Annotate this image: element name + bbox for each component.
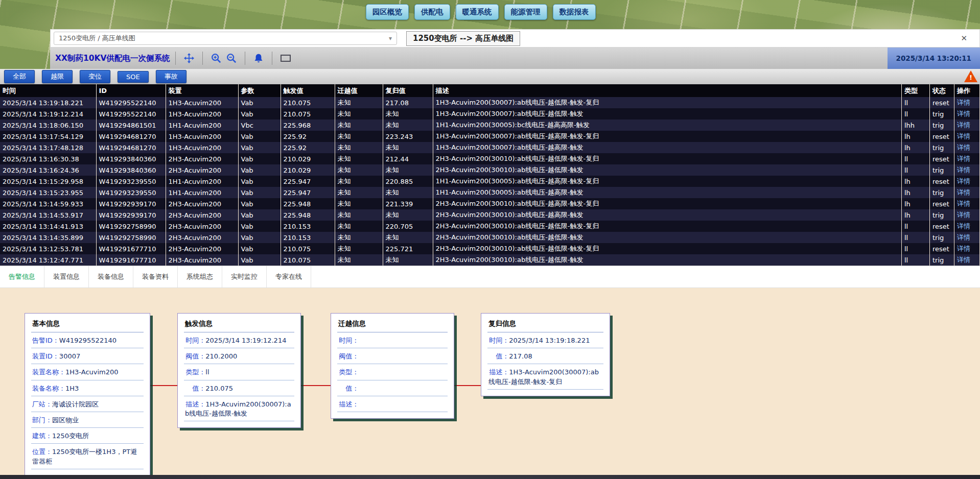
field-value: 1250变电所 — [52, 432, 89, 440]
alarm-row[interactable]: 2025/3/14 13:12:53.781W4192916777102H3-A… — [0, 243, 980, 254]
table-cell: 2025/3/14 13:19:12.214 — [0, 108, 96, 119]
table-cell: 1H1-Acuvim200 — [166, 119, 238, 131]
pan-icon[interactable] — [181, 51, 197, 66]
table-cell: Vbc — [238, 119, 281, 131]
bottom-tab-1[interactable]: 告警信息 — [0, 266, 44, 288]
nav-button-4[interactable]: 能源管理 — [504, 4, 547, 20]
detail-link[interactable]: 详情 — [957, 155, 970, 162]
nav-button-3[interactable]: 暖通系统 — [456, 4, 499, 20]
alarm-row[interactable]: 2025/3/14 13:14:59.933W4192929391702H3-A… — [0, 198, 980, 209]
table-cell: 2025/3/14 13:12:53.781 — [0, 243, 96, 254]
field-label: 描述： — [338, 400, 359, 409]
nav-button-2[interactable]: 供配电 — [414, 4, 450, 20]
field-label: 时间： — [338, 336, 359, 345]
filter-button-2[interactable]: 越限 — [42, 70, 73, 83]
table-cell: Vab — [238, 243, 281, 254]
alarm-row[interactable]: 2025/3/14 13:17:48.128W4192946812701H3-A… — [0, 142, 980, 153]
detail-link[interactable]: 详情 — [957, 99, 970, 106]
chevron-down-icon: ▾ — [389, 35, 392, 42]
table-cell: lh — [902, 209, 930, 221]
detail-link[interactable]: 详情 — [957, 256, 970, 264]
field-label: 值： — [488, 352, 509, 361]
table-cell: W419291677710 — [96, 243, 166, 254]
alarm-warning-icon[interactable]: ! — [964, 70, 977, 83]
detail-link[interactable]: 详情 — [957, 233, 970, 241]
bottom-tab-6[interactable]: 实时监控 — [222, 266, 267, 288]
table-cell: trig — [930, 187, 954, 198]
table-cell: 210.029 — [281, 164, 335, 176]
alarm-row[interactable]: 2025/3/14 13:16:30.38W4192938403602H3-Ac… — [0, 153, 980, 164]
warning-glyph: ! — [964, 74, 977, 81]
detail-link[interactable]: 详情 — [957, 110, 970, 117]
bottom-tab-2[interactable]: 装置信息 — [44, 266, 89, 288]
table-cell: 2H3-Acuvim200 — [166, 209, 238, 221]
table-cell: 详情 — [954, 176, 980, 187]
alarm-row[interactable]: 2025/3/14 13:19:12.214W4192955221401H3-A… — [0, 108, 980, 119]
connector-line — [301, 385, 331, 386]
table-cell: 225.948 — [281, 198, 335, 209]
alarm-row[interactable]: 2025/3/14 13:19:18.221W4192955221401H3-A… — [0, 97, 980, 108]
table-cell: 210.075 — [281, 243, 335, 254]
table-cell: 详情 — [954, 119, 980, 131]
field-label: 时间： — [185, 336, 205, 345]
alarm-row[interactable]: 2025/3/14 13:18:06.150W4192948615011H1-A… — [0, 119, 980, 131]
bottom-tab-5[interactable]: 系统组态 — [178, 266, 222, 288]
table-cell: reset — [930, 176, 954, 187]
alarm-row[interactable]: 2025/3/14 13:14:35.899W4192927589902H3-A… — [0, 232, 980, 243]
alarm-row[interactable]: 2025/3/14 13:15:23.955W4192932395501H1-A… — [0, 187, 980, 198]
detail-link[interactable]: 详情 — [957, 177, 970, 185]
detail-link[interactable]: 详情 — [957, 222, 970, 230]
table-cell: Vab — [238, 131, 281, 142]
alarm-table: 时间ID装置参数触发值迁越值复归值描述类型状态操作 2025/3/14 13:1… — [0, 84, 980, 266]
zoom-out-icon[interactable] — [224, 51, 239, 66]
card-field: 值：217.08 — [487, 348, 603, 364]
alarm-bell-icon[interactable] — [251, 51, 266, 66]
table-cell: 详情 — [954, 153, 980, 164]
nav-button-1[interactable]: 园区概览 — [366, 4, 409, 20]
alarm-row[interactable]: 2025/3/14 13:14:53.917W4192929391702H3-A… — [0, 209, 980, 221]
bottom-tab-4[interactable]: 装备资料 — [133, 266, 178, 288]
column-header: 描述 — [433, 84, 902, 97]
nav-button-5[interactable]: 数据报表 — [553, 4, 596, 20]
card-field: 阀值： — [337, 348, 448, 364]
field-label: 位置： — [32, 448, 52, 456]
filter-button-1[interactable]: 全部 — [4, 70, 35, 83]
card-basic: 基本信息告警ID：W419295522140装置ID：30007装置名称：1H3… — [25, 313, 150, 476]
detail-link[interactable]: 详情 — [957, 143, 970, 151]
card-field: 告警ID：W419295522140 — [31, 332, 144, 348]
table-cell: W419292939170 — [96, 198, 166, 209]
table-cell: W419292758990 — [96, 232, 166, 243]
alarm-row[interactable]: 2025/3/14 13:15:29.958W4192932395501H1-A… — [0, 176, 980, 187]
detail-link[interactable]: 详情 — [957, 121, 970, 129]
alarm-row[interactable]: 2025/3/14 13:16:24.36W4192938403602H3-Ac… — [0, 164, 980, 176]
selection-rectangle-icon[interactable] — [278, 51, 293, 66]
bottom-tab-7[interactable]: 专家在线 — [267, 266, 311, 288]
card-field: 装备名称：1H3 — [31, 380, 144, 396]
alarm-row[interactable]: 2025/3/14 13:14:41.913W4192927589902H3-A… — [0, 221, 980, 232]
view-dropdown[interactable]: 1250变电所 / 高压单线图 ▾ — [54, 32, 397, 45]
detail-link[interactable]: 详情 — [957, 245, 970, 252]
table-cell: 未知 — [335, 119, 383, 131]
detail-link[interactable]: 详情 — [957, 166, 970, 174]
detail-link[interactable]: 详情 — [957, 132, 970, 140]
table-cell: 2025/3/14 13:17:54.129 — [0, 131, 96, 142]
zoom-in-icon[interactable] — [208, 51, 224, 66]
detail-link[interactable]: 详情 — [957, 188, 970, 196]
table-cell: 217.08 — [383, 97, 433, 108]
alarm-row[interactable]: 2025/3/14 13:12:47.771W4192916777102H3-A… — [0, 254, 980, 266]
view-title: 1250变电所 --> 高压单线图 — [406, 31, 520, 46]
bottom-tab-3[interactable]: 装备信息 — [89, 266, 133, 288]
close-icon[interactable]: ✕ — [961, 34, 967, 43]
detail-link[interactable]: 详情 — [957, 211, 970, 219]
field-value: 30007 — [59, 352, 80, 360]
field-label: 时间： — [488, 336, 509, 345]
toolbar-divider — [245, 52, 245, 65]
card-field: 类型：ll — [184, 364, 294, 380]
card-field: 描述：1H3-Acuvim200(30007):ab线电压-越低限-触发-复归 — [487, 364, 603, 389]
alarm-row[interactable]: 2025/3/14 13:17:54.129W4192946812701H3-A… — [0, 131, 980, 142]
table-cell: W419293239550 — [96, 176, 166, 187]
filter-button-4[interactable]: SOE — [118, 71, 149, 83]
detail-link[interactable]: 详情 — [957, 200, 970, 207]
filter-button-5[interactable]: 事故 — [156, 70, 186, 83]
filter-button-3[interactable]: 变位 — [80, 70, 110, 83]
